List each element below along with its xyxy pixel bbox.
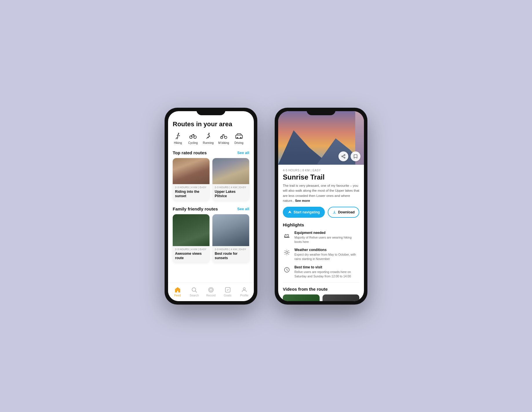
weather-title: Weather conditions bbox=[294, 248, 359, 252]
right-phone: 4-5 HOURS | 8 KM | EASY Sunrise Trail Th… bbox=[275, 108, 367, 305]
hiking-label: Hiking bbox=[174, 141, 182, 144]
besttime-desc: Relive users are reporting crowds here o… bbox=[294, 270, 359, 278]
svg-line-9 bbox=[196, 291, 197, 292]
family-name-sunsets: Best route for sunsets bbox=[215, 252, 247, 260]
nav-feed-label: Feed bbox=[174, 294, 181, 297]
nav-profile[interactable]: Profile bbox=[237, 287, 252, 297]
route-name-sunset: Riding into the sunset bbox=[175, 190, 207, 198]
trail-name: Sunrise Trail bbox=[283, 173, 359, 181]
top-rated-see-all[interactable]: See all bbox=[237, 151, 249, 155]
category-cycling[interactable]: Cycling bbox=[188, 132, 198, 144]
category-mbiking[interactable]: M biking bbox=[218, 132, 229, 144]
see-more-link[interactable]: See more bbox=[295, 199, 310, 202]
nav-record[interactable]: Record bbox=[204, 287, 218, 297]
svg-point-20 bbox=[286, 252, 288, 254]
clock-icon bbox=[283, 266, 291, 274]
family-card-sunsets[interactable]: 2-3 HOURS | 4 KM | EASY Best route for s… bbox=[212, 214, 249, 263]
share-button[interactable] bbox=[338, 151, 348, 161]
svg-line-24 bbox=[288, 254, 289, 255]
highlight-besttime: Best time to visit Relive users are repo… bbox=[283, 265, 359, 278]
bookmark-button[interactable] bbox=[351, 151, 360, 161]
family-image-views bbox=[173, 214, 209, 246]
navigate-icon bbox=[288, 210, 292, 214]
running-icon bbox=[203, 132, 214, 140]
svg-rect-19 bbox=[285, 237, 289, 238]
record-icon bbox=[208, 287, 214, 293]
svg-line-27 bbox=[285, 254, 285, 255]
top-rated-title: Top rated routes bbox=[173, 150, 207, 155]
driving-icon bbox=[234, 132, 244, 140]
boot-icon bbox=[283, 231, 291, 239]
videos-title: Videos from the route bbox=[283, 287, 359, 292]
nav-feed[interactable]: Feed bbox=[170, 287, 185, 297]
video-thumb-1[interactable] bbox=[283, 294, 320, 301]
videos-row bbox=[283, 294, 359, 301]
category-running[interactable]: Running bbox=[203, 132, 214, 144]
route-card-sunset[interactable]: 2-3 HOURS | 4 KM | EASY Riding into the … bbox=[173, 158, 209, 201]
cycling-label: Cycling bbox=[188, 141, 198, 144]
route-meta-sunset: 2-3 HOURS | 4 KM | EASY bbox=[175, 186, 207, 189]
action-buttons: Start navigating Download bbox=[283, 207, 359, 218]
profile-icon bbox=[241, 287, 247, 293]
mbiking-icon bbox=[218, 132, 229, 140]
svg-line-18 bbox=[343, 155, 344, 156]
driving-label: Driving bbox=[234, 141, 243, 144]
nav-goals[interactable]: Goals bbox=[221, 287, 235, 297]
bottom-nav: Feed Search Record bbox=[168, 283, 254, 301]
detail-scroll[interactable]: 4-5 HOURS | 8 KM | EASY Sunrise Trail Th… bbox=[278, 165, 364, 301]
notch-right bbox=[307, 108, 336, 115]
nav-record-label: Record bbox=[206, 294, 216, 297]
highlight-weather: Weather conditions Expect dry weather fr… bbox=[283, 248, 359, 261]
family-title: Family friendly routes bbox=[173, 206, 218, 211]
category-driving[interactable]: Driving bbox=[234, 132, 244, 144]
top-rated-cards: 2-3 HOURS | 4 KM | EASY Riding into the … bbox=[173, 158, 249, 201]
highlights-title: Highlights bbox=[283, 222, 359, 227]
cycling-icon bbox=[188, 132, 198, 140]
svg-point-15 bbox=[342, 156, 343, 157]
start-navigating-button[interactable]: Start navigating bbox=[283, 207, 325, 218]
bookmark-icon bbox=[353, 154, 358, 159]
svg-point-7 bbox=[240, 137, 241, 138]
home-icon bbox=[174, 287, 181, 293]
svg-point-8 bbox=[192, 288, 196, 292]
family-cards: 2-3 HOURS | 4 KM | EASY Awesome views ro… bbox=[173, 214, 249, 263]
route-image-sunset bbox=[173, 158, 209, 184]
hero-actions bbox=[338, 151, 360, 161]
share-icon bbox=[341, 154, 346, 159]
section-divider bbox=[283, 282, 359, 283]
family-header: Family friendly routes See all bbox=[173, 206, 249, 211]
weather-desc: Expect dry weather from May to October, … bbox=[294, 252, 359, 261]
equipment-desc: Majority of Relive users are wearing hik… bbox=[294, 235, 359, 244]
search-icon bbox=[191, 287, 197, 293]
svg-point-16 bbox=[344, 157, 345, 158]
trail-description: The trail is very pleasant, one of my fa… bbox=[283, 183, 359, 203]
download-button[interactable]: Download bbox=[328, 207, 359, 218]
left-phone: Routes in your area Hiking bbox=[165, 108, 257, 305]
video-thumb-2[interactable] bbox=[323, 294, 359, 301]
equipment-title: Equipment needed bbox=[294, 231, 359, 235]
svg-point-3 bbox=[221, 136, 223, 138]
svg-point-11 bbox=[209, 288, 212, 291]
page-title: Routes in your area bbox=[173, 120, 249, 128]
hiking-icon bbox=[173, 132, 183, 140]
svg-line-28 bbox=[288, 250, 289, 251]
running-label: Running bbox=[203, 141, 214, 144]
nav-search[interactable]: Search bbox=[187, 287, 201, 297]
download-icon bbox=[332, 210, 336, 214]
nav-goals-label: Goals bbox=[224, 294, 232, 297]
hero-area bbox=[278, 111, 364, 165]
svg-line-17 bbox=[343, 157, 344, 158]
goals-icon bbox=[225, 287, 231, 293]
route-card-lakes[interactable]: 2-3 HOURS | 4 KM | EASY Upper Lakes Plit… bbox=[212, 158, 249, 201]
category-hiking[interactable]: Hiking bbox=[173, 132, 183, 144]
family-meta-sunsets: 2-3 HOURS | 4 KM | EASY bbox=[215, 248, 247, 251]
categories-row: Hiking Cycling Running bbox=[173, 132, 249, 144]
family-card-views[interactable]: 2-3 HOURS | 4 KM | EASY Awesome views ro… bbox=[173, 214, 209, 263]
nav-profile-label: Profile bbox=[240, 294, 248, 297]
route-name-lakes: Upper Lakes Plitvice bbox=[215, 190, 247, 198]
sun-icon bbox=[283, 248, 291, 257]
family-see-all[interactable]: See all bbox=[237, 207, 249, 211]
highlight-equipment: Equipment needed Majority of Relive user… bbox=[283, 231, 359, 244]
family-name-views: Awesome views route bbox=[175, 252, 207, 260]
svg-line-23 bbox=[285, 250, 285, 251]
